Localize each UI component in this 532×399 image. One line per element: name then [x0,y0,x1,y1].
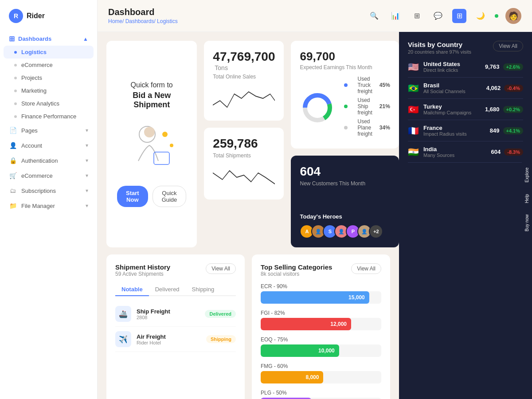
shipment-history-subtitle: 59 Active Shipments [115,271,170,277]
earnings-customers-column: 69,700 Expected Earnings This Month [291,41,399,247]
visits-view-all-button[interactable]: View All [493,41,523,51]
shipment-info-2: Air Freight Rider Hotel [137,333,206,345]
bar-fill-fgi: 12,000 [261,318,351,330]
donut-chart [300,90,335,125]
floating-tabs: Explore Help Buy now [522,162,532,237]
dark-mode-icon[interactable]: 🌙 [473,9,488,23]
chart-icon[interactable]: 📊 [388,9,403,23]
chevron-down-icon: ▾ [86,142,88,149]
chevron-down-icon: ▾ [86,157,88,164]
buy-now-tab[interactable]: Buy now [522,209,532,237]
stat-cards-column: 47,769,700 Tons Total Online Sales [204,41,284,247]
bar-item-eoq: EOQ - 75% 10,000 [261,336,381,357]
bar-track-fmg: 8,000 [261,371,381,383]
search-icon[interactable]: 🔍 [367,9,381,23]
heroes-label: Today's Heroes [300,213,390,220]
visits-subtitle: 20 countries share 97% visits [408,49,471,55]
promo-illustration [121,121,183,174]
customers-number: 604 [300,164,390,179]
sidebar-item-file-manager[interactable]: 📁 File Manager ▾ [0,198,97,213]
sidebar-item-authentication[interactable]: 🔒 Authentication ▾ [0,153,97,168]
total-shipments-card: 259,786 Total Shipments [204,128,284,200]
bars-container: ECR - 90% 15,000 FGI - 82% 12,000 [261,283,381,399]
earnings-card: 69,700 Expected Earnings This Month [291,41,399,149]
content-area: Quick form to Bid a New Shipment [98,32,532,399]
page-title: Dashboard [108,7,178,17]
theme-icon[interactable]: ⊞ [452,9,466,23]
shipment-history-title: Shipment History [115,263,170,271]
message-icon[interactable]: 💬 [431,9,445,23]
bar-item-ecr: ECR - 90% 15,000 [261,283,381,304]
avatars-row: A 👤 S 👤 P 👤 +2 [300,224,390,239]
shipment-item-2: ✈️ Air Freight Rider Hotel Shipping [115,327,236,352]
air-freight-icon: ✈️ [115,331,131,347]
country-info-br: Brasil All Social Channels [423,82,486,94]
svg-point-4 [170,144,173,147]
sales-unit: Tons [215,64,228,71]
flag-br: 🇧🇷 [408,83,419,94]
customers-card: 604 New Customers This Month Today's Her… [291,156,399,247]
bar-item-fmg: FMG - 60% 8,000 [261,363,381,383]
sidebar-item-finance-performance[interactable]: Finance Performance [0,110,97,123]
header: Dashboard Home/ Dashboards/ Logistics 🔍 … [98,0,532,32]
ship-freight-icon: 🚢 [115,306,131,322]
country-item-in: 🇮🇳 India Many Sources 604 -8.3% [408,141,523,163]
help-tab[interactable]: Help [522,188,532,208]
sidebar-section-dashboards[interactable]: ⊞ Dashboards ▲ [0,32,97,46]
country-info-in: India Many Sources [423,146,491,158]
sidebar-item-ecommerce[interactable]: eCommerce [0,59,97,71]
file-manager-icon: 📁 [9,202,17,210]
visits-header: Visits by Country 20 countries share 97%… [408,41,523,55]
tab-shipping[interactable]: Shipping [186,283,221,296]
shipment-view-all-button[interactable]: View All [206,263,236,274]
center-content: Quick form to Bid a New Shipment [98,32,399,399]
breadcrumb: Home/ Dashboards/ Logistics [108,18,178,24]
main-content: Dashboard Home/ Dashboards/ Logistics 🔍 … [98,0,532,399]
flag-fr: 🇫🇷 [408,125,419,136]
flag-us: 🇺🇸 [408,62,419,72]
visits-title: Visits by Country [408,41,471,48]
total-sales-card: 47,769,700 Tons Total Online Sales [204,41,284,121]
top-selling-header: Top Selling Categories 8k social visitor… [261,263,381,277]
sidebar-item-logistics[interactable]: Logistics [4,46,94,59]
sidebar-item-subscriptions[interactable]: 🗂 Subscriptions ▾ [0,183,97,198]
promo-line1: Quick form to [131,81,173,89]
logo[interactable]: R Rider [0,9,97,32]
country-item-us: 🇺🇸 United States Direct link clicks 9,76… [408,56,523,78]
shipments-label: Total Shipments [213,153,275,159]
explore-tab[interactable]: Explore [522,162,532,188]
legend-item-plane: Used Plane freight 34% [344,118,390,137]
legend-item-truck: Used Truck freight 45% [344,76,390,94]
earnings-legend: Used Truck freight 45% Used Ship freight… [344,76,390,140]
country-item-fr: 🇫🇷 France Impact Radius visits 849 +4.1% [408,120,523,141]
earnings-number: 69,700 [300,50,390,63]
top-selling-subtitle: 8k social visitors [261,271,332,277]
sidebar-item-ecommerce-group[interactable]: 🛒 eCommerce ▾ [0,168,97,183]
user-avatar[interactable]: 🧑 [505,8,521,24]
sidebar-item-projects[interactable]: Projects [0,71,97,84]
sidebar: R Rider ⊞ Dashboards ▲ Logistics eCommer… [0,0,98,399]
top-selling-title: Top Selling Categories [261,263,332,271]
country-info-us: United States Direct link clicks [423,61,485,73]
start-now-button[interactable]: Start Now [117,186,148,207]
sidebar-item-marketing[interactable]: Marketing [0,84,97,97]
top-selling-view-all-button[interactable]: View All [351,263,381,274]
tab-delivered[interactable]: Delivered [149,283,186,296]
chevron-up-icon: ▲ [83,36,88,42]
bar-item-fgi: FGI - 82% 12,000 [261,310,381,330]
grid-icon[interactable]: ⊞ [410,9,424,23]
shipment-info-1: Ship Freight 2808 [137,308,205,320]
promo-card: Quick form to Bid a New Shipment [106,41,197,247]
sidebar-item-account[interactable]: 👤 Account ▾ [0,138,97,153]
avatar-more: +2 [369,224,383,239]
promo-actions: Start Now Quick Guide [117,186,186,207]
svg-point-1 [144,127,155,137]
quick-guide-button[interactable]: Quick Guide [153,186,187,207]
shipments-chart [213,164,275,191]
sidebar-item-store-analytics[interactable]: Store Analytics [0,97,97,110]
bar-track-fgi: 12,000 [261,318,381,330]
sidebar-item-pages[interactable]: 📄 Pages ▾ [0,123,97,138]
tab-notable[interactable]: Notable [115,283,149,296]
bottom-row: Shipment History 59 Active Shipments Vie… [106,254,390,399]
shipments-number: 259,786 [213,137,258,150]
